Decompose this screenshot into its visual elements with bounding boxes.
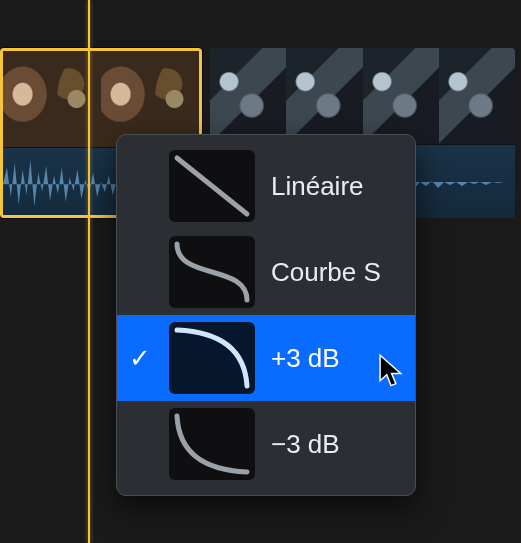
fade-option-label: Linéaire	[271, 171, 397, 202]
checkmark-icon: ✓	[127, 345, 153, 371]
fade-curve-icon	[169, 150, 255, 222]
fade-option-label: Courbe S	[271, 257, 397, 288]
fade-shape-menu: ✓ Linéaire ✓ Courbe S ✓ +3 dB ✓ −3 dB	[116, 134, 416, 496]
fade-option-label: −3 dB	[271, 429, 397, 460]
clip-filmstrip	[210, 48, 515, 144]
fade-curve-icon	[169, 408, 255, 480]
mouse-cursor-icon	[378, 354, 404, 388]
fade-option-plus-3db[interactable]: ✓ +3 dB	[117, 315, 415, 401]
fade-curve-icon	[169, 322, 255, 394]
fade-option-minus-3db[interactable]: ✓ −3 dB	[117, 401, 415, 487]
playhead[interactable]	[88, 0, 90, 543]
fade-option-linear[interactable]: ✓ Linéaire	[117, 143, 415, 229]
clip-filmstrip	[3, 51, 199, 147]
fade-option-s-curve[interactable]: ✓ Courbe S	[117, 229, 415, 315]
fade-curve-icon	[169, 236, 255, 308]
